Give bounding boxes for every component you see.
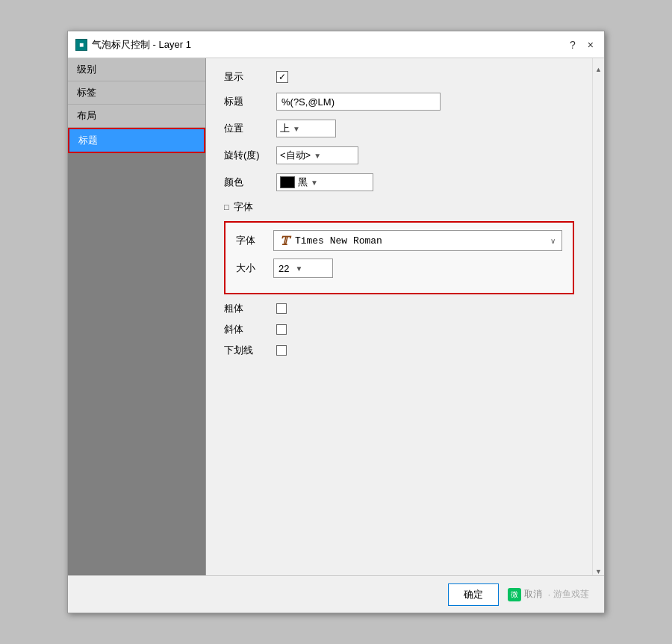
font-row: 字体 𝕋 Times New Roman ∨	[236, 230, 562, 251]
color-row: 颜色 黑 ▼	[224, 173, 574, 191]
title-label: 标题	[224, 95, 269, 108]
window-title: 气泡标尺控制 - Layer 1	[92, 38, 191, 52]
scroll-down-icon[interactable]: ▼	[595, 568, 602, 575]
position-arrow: ▼	[293, 125, 300, 133]
font-section-title: 字体	[234, 200, 253, 214]
color-select[interactable]: 黑 ▼	[276, 173, 373, 191]
color-arrow: ▼	[311, 179, 318, 187]
help-button[interactable]: ?	[567, 39, 579, 51]
sidebar-item-label[interactable]: 标签	[68, 81, 205, 105]
underline-label: 下划线	[224, 344, 269, 357]
font-collapse-icon[interactable]: □	[224, 202, 229, 211]
sidebar-item-level[interactable]: 级别	[68, 58, 205, 81]
content-area: 显示 标题 位置 上 ▼	[206, 58, 592, 575]
rotation-value: <自动>	[280, 149, 311, 162]
font-select[interactable]: 𝕋 Times New Roman ∨	[273, 230, 562, 251]
bold-row: 粗体	[224, 302, 574, 315]
underline-row: 下划线	[224, 344, 574, 357]
dialog-footer: 确定 微 取消 · 游鱼戏莲	[68, 575, 604, 613]
display-checkbox[interactable]	[276, 71, 288, 83]
cancel-label: 取消	[524, 588, 542, 601]
right-scrollbar: ▲ ▼	[592, 58, 604, 575]
rotation-row: 旋转(度) <自动> ▼	[224, 146, 574, 164]
watermark-text: ·	[548, 589, 550, 600]
size-select[interactable]: 22 ▼	[273, 258, 333, 278]
dialog-body: 级别 标签 布局 标题 显示 标题	[68, 58, 604, 575]
display-label: 显示	[224, 70, 269, 84]
position-select[interactable]: 上 ▼	[276, 120, 336, 137]
underline-checkbox[interactable]	[276, 345, 287, 356]
font-section-body: 字体 𝕋 Times New Roman ∨ 大小 22 ▼	[224, 221, 574, 294]
app-icon: ■	[75, 39, 87, 51]
title-bar-left: ■ 气泡标尺控制 - Layer 1	[75, 38, 191, 52]
title-bar-right: ? ×	[567, 39, 597, 51]
sidebar-item-layout[interactable]: 布局	[68, 105, 205, 128]
italic-label: 斜体	[224, 323, 269, 336]
size-row: 大小 22 ▼	[236, 258, 562, 278]
title-row: 标题	[224, 93, 574, 111]
sidebar-item-title[interactable]: 标题	[68, 128, 205, 153]
font-arrow: ∨	[550, 237, 556, 245]
rotation-label: 旋转(度)	[224, 149, 269, 162]
rotation-control: <自动> ▼	[276, 146, 358, 164]
title-bar: ■ 气泡标尺控制 - Layer 1 ? ×	[68, 31, 604, 58]
display-control	[276, 71, 288, 83]
scroll-up-icon[interactable]: ▲	[595, 66, 602, 73]
title-control	[276, 93, 441, 111]
size-label: 大小	[236, 261, 266, 275]
color-control: 黑 ▼	[276, 173, 373, 191]
dialog-window: ■ 气泡标尺控制 - Layer 1 ? × 级别 标签 布局 标题	[67, 31, 605, 613]
bold-checkbox[interactable]	[276, 303, 287, 314]
italic-row: 斜体	[224, 323, 574, 336]
size-value: 22	[279, 263, 289, 274]
bold-label: 粗体	[224, 302, 269, 315]
ok-button[interactable]: 确定	[448, 583, 499, 606]
font-section-header: □ 字体	[224, 200, 574, 214]
font-type-icon: 𝕋	[280, 234, 289, 248]
watermark-channel: 游鱼戏莲	[553, 588, 589, 601]
close-button[interactable]: ×	[585, 39, 597, 51]
rotation-arrow: ▼	[314, 152, 321, 160]
color-name: 黑	[298, 176, 308, 189]
size-arrow: ▼	[295, 264, 302, 273]
position-value: 上	[280, 122, 290, 135]
title-input[interactable]	[276, 93, 441, 111]
position-row: 位置 上 ▼	[224, 120, 574, 137]
sidebar: 级别 标签 布局 标题	[68, 58, 206, 575]
wechat-icon: 微	[508, 588, 521, 601]
position-control: 上 ▼	[276, 120, 336, 137]
position-label: 位置	[224, 122, 269, 135]
italic-checkbox[interactable]	[276, 324, 287, 335]
color-swatch	[280, 176, 295, 188]
rotation-select[interactable]: <自动> ▼	[276, 146, 358, 164]
color-label: 颜色	[224, 176, 269, 189]
display-row: 显示	[224, 70, 574, 84]
font-value: Times New Roman	[295, 235, 544, 247]
watermark: 微 取消 · 游鱼戏莲	[508, 588, 589, 601]
font-label: 字体	[236, 234, 266, 247]
sidebar-spacer	[68, 153, 205, 575]
